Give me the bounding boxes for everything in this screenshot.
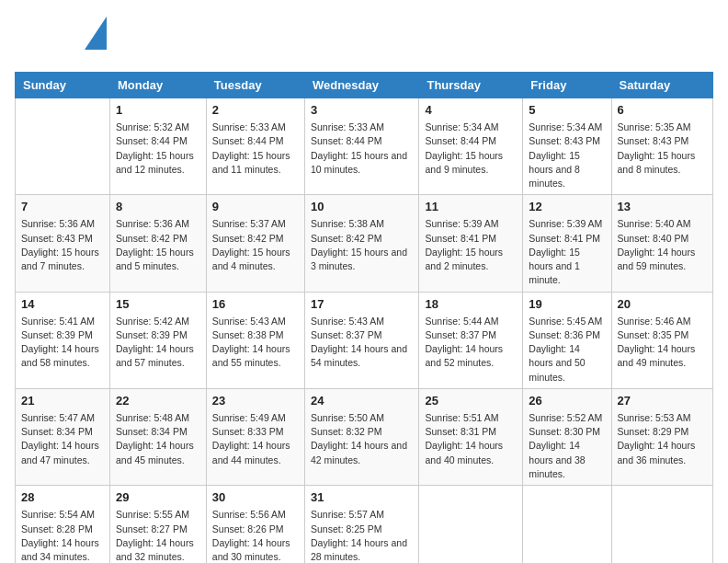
header-cell-thursday: Thursday bbox=[419, 73, 523, 98]
day-number: 27 bbox=[618, 393, 707, 409]
calendar-cell: 5Sunrise: 5:34 AM Sunset: 8:43 PM Daylig… bbox=[523, 98, 611, 195]
day-number: 7 bbox=[21, 199, 104, 215]
calendar-cell: 3Sunrise: 5:33 AM Sunset: 8:44 PM Daylig… bbox=[304, 98, 418, 195]
cell-info: Sunrise: 5:33 AM Sunset: 8:44 PM Dayligh… bbox=[212, 121, 299, 177]
header-cell-monday: Monday bbox=[110, 73, 207, 98]
cell-info: Sunrise: 5:52 AM Sunset: 8:30 PM Dayligh… bbox=[529, 411, 605, 481]
cell-info: Sunrise: 5:36 AM Sunset: 8:42 PM Dayligh… bbox=[116, 217, 200, 273]
cell-info: Sunrise: 5:38 AM Sunset: 8:42 PM Dayligh… bbox=[311, 217, 413, 273]
header-cell-friday: Friday bbox=[523, 73, 611, 98]
day-number: 5 bbox=[529, 102, 605, 119]
cell-info: Sunrise: 5:34 AM Sunset: 8:44 PM Dayligh… bbox=[425, 121, 517, 177]
calendar-week-4: 21Sunrise: 5:47 AM Sunset: 8:34 PM Dayli… bbox=[16, 388, 713, 485]
calendar-cell: 9Sunrise: 5:37 AM Sunset: 8:42 PM Daylig… bbox=[206, 195, 304, 292]
calendar-cell: 18Sunrise: 5:44 AM Sunset: 8:37 PM Dayli… bbox=[419, 292, 523, 388]
day-number: 28 bbox=[21, 489, 104, 506]
calendar-cell: 4Sunrise: 5:34 AM Sunset: 8:44 PM Daylig… bbox=[419, 98, 523, 195]
cell-info: Sunrise: 5:50 AM Sunset: 8:32 PM Dayligh… bbox=[311, 411, 413, 467]
day-number: 1 bbox=[116, 102, 200, 119]
calendar-cell: 29Sunrise: 5:55 AM Sunset: 8:27 PM Dayli… bbox=[110, 486, 207, 563]
cell-info: Sunrise: 5:39 AM Sunset: 8:41 PM Dayligh… bbox=[529, 217, 605, 287]
calendar-week-5: 28Sunrise: 5:54 AM Sunset: 8:28 PM Dayli… bbox=[16, 486, 713, 563]
calendar-week-1: 1Sunrise: 5:32 AM Sunset: 8:44 PM Daylig… bbox=[16, 98, 713, 195]
day-number: 3 bbox=[311, 102, 413, 119]
calendar-cell: 11Sunrise: 5:39 AM Sunset: 8:41 PM Dayli… bbox=[419, 195, 523, 292]
cell-info: Sunrise: 5:34 AM Sunset: 8:43 PM Dayligh… bbox=[529, 121, 605, 190]
day-number: 11 bbox=[425, 199, 517, 215]
calendar-cell: 23Sunrise: 5:49 AM Sunset: 8:33 PM Dayli… bbox=[206, 388, 304, 485]
calendar-cell: 13Sunrise: 5:40 AM Sunset: 8:40 PM Dayli… bbox=[611, 195, 712, 292]
day-number: 23 bbox=[212, 393, 299, 409]
cell-info: Sunrise: 5:56 AM Sunset: 8:26 PM Dayligh… bbox=[212, 508, 299, 563]
calendar-cell: 1Sunrise: 5:32 AM Sunset: 8:44 PM Daylig… bbox=[110, 98, 207, 195]
calendar-cell: 24Sunrise: 5:50 AM Sunset: 8:32 PM Dayli… bbox=[304, 388, 418, 485]
day-number: 22 bbox=[116, 393, 200, 409]
calendar-table: SundayMondayTuesdayWednesdayThursdayFrid… bbox=[15, 72, 713, 563]
day-number: 14 bbox=[21, 296, 104, 313]
calendar-cell: 25Sunrise: 5:51 AM Sunset: 8:31 PM Dayli… bbox=[419, 388, 523, 485]
calendar-cell: 10Sunrise: 5:38 AM Sunset: 8:42 PM Dayli… bbox=[304, 195, 418, 292]
cell-info: Sunrise: 5:49 AM Sunset: 8:33 PM Dayligh… bbox=[212, 411, 299, 467]
cell-info: Sunrise: 5:32 AM Sunset: 8:44 PM Dayligh… bbox=[116, 121, 200, 177]
logo-icon bbox=[85, 17, 107, 50]
calendar-cell: 14Sunrise: 5:41 AM Sunset: 8:39 PM Dayli… bbox=[16, 292, 110, 388]
day-number: 6 bbox=[618, 102, 707, 119]
day-number: 15 bbox=[116, 296, 200, 313]
calendar-cell: 22Sunrise: 5:48 AM Sunset: 8:34 PM Dayli… bbox=[110, 388, 207, 485]
calendar-cell: 12Sunrise: 5:39 AM Sunset: 8:41 PM Dayli… bbox=[523, 195, 611, 292]
day-number: 4 bbox=[425, 102, 517, 119]
calendar-cell: 6Sunrise: 5:35 AM Sunset: 8:43 PM Daylig… bbox=[611, 98, 712, 195]
cell-info: Sunrise: 5:39 AM Sunset: 8:41 PM Dayligh… bbox=[425, 217, 517, 273]
day-number: 8 bbox=[116, 199, 200, 215]
svg-marker-0 bbox=[85, 17, 107, 50]
cell-info: Sunrise: 5:53 AM Sunset: 8:29 PM Dayligh… bbox=[618, 411, 707, 467]
calendar-cell: 27Sunrise: 5:53 AM Sunset: 8:29 PM Dayli… bbox=[611, 388, 712, 485]
cell-info: Sunrise: 5:33 AM Sunset: 8:44 PM Dayligh… bbox=[311, 121, 413, 177]
calendar-cell: 17Sunrise: 5:43 AM Sunset: 8:37 PM Dayli… bbox=[304, 292, 418, 388]
calendar-cell bbox=[419, 486, 523, 563]
cell-info: Sunrise: 5:46 AM Sunset: 8:35 PM Dayligh… bbox=[618, 315, 707, 371]
day-number: 21 bbox=[21, 393, 104, 409]
cell-info: Sunrise: 5:36 AM Sunset: 8:43 PM Dayligh… bbox=[21, 217, 104, 273]
day-number: 17 bbox=[311, 296, 413, 313]
day-number: 30 bbox=[212, 489, 299, 506]
calendar-body: 1Sunrise: 5:32 AM Sunset: 8:44 PM Daylig… bbox=[16, 98, 713, 564]
calendar-cell: 21Sunrise: 5:47 AM Sunset: 8:34 PM Dayli… bbox=[16, 388, 110, 485]
header-cell-saturday: Saturday bbox=[611, 73, 712, 98]
day-number: 9 bbox=[212, 199, 299, 215]
day-number: 2 bbox=[212, 102, 299, 119]
header-cell-tuesday: Tuesday bbox=[206, 73, 304, 98]
day-number: 13 bbox=[618, 199, 707, 215]
calendar-cell: 8Sunrise: 5:36 AM Sunset: 8:42 PM Daylig… bbox=[110, 195, 207, 292]
day-number: 26 bbox=[529, 393, 605, 409]
calendar-cell: 16Sunrise: 5:43 AM Sunset: 8:38 PM Dayli… bbox=[206, 292, 304, 388]
cell-info: Sunrise: 5:37 AM Sunset: 8:42 PM Dayligh… bbox=[212, 217, 299, 273]
cell-info: Sunrise: 5:35 AM Sunset: 8:43 PM Dayligh… bbox=[618, 121, 707, 177]
calendar-cell: 30Sunrise: 5:56 AM Sunset: 8:26 PM Dayli… bbox=[206, 486, 304, 563]
calendar-header: SundayMondayTuesdayWednesdayThursdayFrid… bbox=[16, 73, 713, 98]
day-number: 25 bbox=[425, 393, 517, 409]
calendar-cell bbox=[611, 486, 712, 563]
day-number: 20 bbox=[618, 296, 707, 313]
header-cell-sunday: Sunday bbox=[16, 73, 110, 98]
day-number: 12 bbox=[529, 199, 605, 215]
calendar-cell: 2Sunrise: 5:33 AM Sunset: 8:44 PM Daylig… bbox=[206, 98, 304, 195]
cell-info: Sunrise: 5:45 AM Sunset: 8:36 PM Dayligh… bbox=[529, 315, 605, 385]
cell-info: Sunrise: 5:51 AM Sunset: 8:31 PM Dayligh… bbox=[425, 411, 517, 467]
cell-info: Sunrise: 5:57 AM Sunset: 8:25 PM Dayligh… bbox=[311, 508, 413, 563]
cell-info: Sunrise: 5:55 AM Sunset: 8:27 PM Dayligh… bbox=[116, 508, 200, 563]
calendar-cell bbox=[16, 98, 110, 195]
header-row: SundayMondayTuesdayWednesdayThursdayFrid… bbox=[16, 73, 713, 98]
calendar-cell: 20Sunrise: 5:46 AM Sunset: 8:35 PM Dayli… bbox=[611, 292, 712, 388]
cell-info: Sunrise: 5:47 AM Sunset: 8:34 PM Dayligh… bbox=[21, 411, 104, 467]
calendar-cell: 28Sunrise: 5:54 AM Sunset: 8:28 PM Dayli… bbox=[16, 486, 110, 563]
calendar-cell: 7Sunrise: 5:36 AM Sunset: 8:43 PM Daylig… bbox=[16, 195, 110, 292]
cell-info: Sunrise: 5:42 AM Sunset: 8:39 PM Dayligh… bbox=[116, 315, 200, 371]
calendar-cell bbox=[523, 486, 611, 563]
header-cell-wednesday: Wednesday bbox=[304, 73, 418, 98]
cell-info: Sunrise: 5:48 AM Sunset: 8:34 PM Dayligh… bbox=[116, 411, 200, 467]
calendar-cell: 26Sunrise: 5:52 AM Sunset: 8:30 PM Dayli… bbox=[523, 388, 611, 485]
cell-info: Sunrise: 5:41 AM Sunset: 8:39 PM Dayligh… bbox=[21, 315, 104, 371]
day-number: 16 bbox=[212, 296, 299, 313]
cell-info: Sunrise: 5:43 AM Sunset: 8:38 PM Dayligh… bbox=[212, 315, 299, 371]
